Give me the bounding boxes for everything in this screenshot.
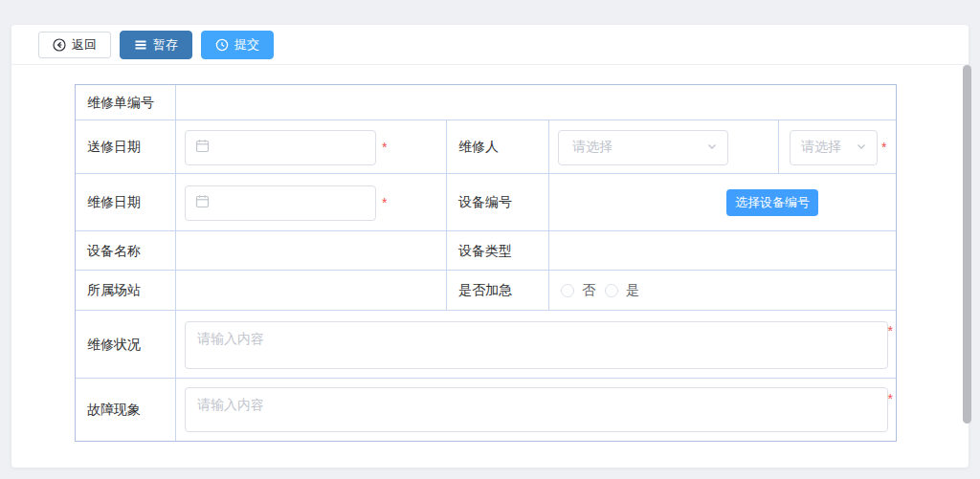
calendar-icon bbox=[195, 194, 210, 212]
send-date-cell: * bbox=[176, 120, 447, 174]
send-date-label: 送修日期 bbox=[76, 120, 176, 174]
radio-circle-icon bbox=[561, 284, 574, 297]
repair-date-label: 维修日期 bbox=[76, 174, 176, 231]
urgent-cell: 否 是 bbox=[549, 271, 896, 311]
urgent-radio-group: 否 是 bbox=[561, 282, 639, 299]
repairer-required: * bbox=[881, 140, 886, 155]
select-device-no-button[interactable]: 选择设备编号 bbox=[726, 189, 818, 216]
urgent-radio-yes-label: 是 bbox=[626, 282, 639, 299]
row-fault: 故障现象 * bbox=[76, 379, 896, 441]
row-station-urgent: 所属场站 是否加急 否 是 bbox=[76, 271, 896, 311]
repair-date-input[interactable] bbox=[185, 185, 376, 221]
fault-textarea[interactable] bbox=[185, 387, 888, 432]
list-icon bbox=[134, 38, 147, 52]
clock-icon bbox=[215, 38, 229, 52]
fault-required: * bbox=[888, 391, 893, 406]
device-no-cell: 选择设备编号 bbox=[549, 174, 896, 231]
repair-status-textarea[interactable] bbox=[185, 321, 888, 369]
submit-button-label: 提交 bbox=[234, 38, 259, 51]
device-name-value bbox=[176, 231, 447, 271]
repairer-cell-1: 请选择 bbox=[549, 120, 779, 174]
row-order-no: 维修单编号 bbox=[76, 85, 896, 120]
radio-circle-icon bbox=[605, 284, 618, 297]
device-name-label: 设备名称 bbox=[76, 231, 176, 271]
repairer-select[interactable]: 请选择 bbox=[558, 130, 728, 165]
urgent-label: 是否加急 bbox=[447, 271, 549, 311]
repair-date-cell: * bbox=[176, 174, 447, 231]
repairer-select-placeholder: 请选择 bbox=[572, 139, 612, 156]
save-draft-button-label: 暂存 bbox=[153, 38, 178, 51]
back-button[interactable]: 返回 bbox=[38, 32, 111, 58]
repair-status-label: 维修状况 bbox=[76, 311, 176, 379]
order-no-label: 维修单编号 bbox=[76, 85, 176, 120]
back-button-label: 返回 bbox=[72, 38, 97, 51]
repair-date-required: * bbox=[382, 195, 387, 210]
toolbar: 返回 暂存 提交 bbox=[11, 25, 969, 65]
row-send-date-repairer: 送修日期 * 维修人 请选择 bbox=[76, 120, 896, 174]
urgent-radio-yes[interactable]: 是 bbox=[605, 282, 639, 299]
chevron-down-icon bbox=[706, 140, 718, 155]
fault-cell: * bbox=[176, 379, 896, 441]
urgent-radio-no-label: 否 bbox=[582, 282, 595, 299]
repair-form-table: 维修单编号 送修日期 * 维修人 bbox=[75, 84, 897, 442]
chevron-down-icon bbox=[856, 140, 867, 155]
station-value bbox=[176, 271, 447, 311]
submit-button[interactable]: 提交 bbox=[201, 31, 274, 59]
repair-status-required: * bbox=[888, 323, 893, 338]
row-repair-date-device-no: 维修日期 * 设备编号 选择设备编号 bbox=[76, 174, 896, 231]
repairer-sub-select-placeholder: 请选择 bbox=[801, 139, 841, 156]
station-label: 所属场站 bbox=[76, 271, 176, 311]
device-type-label: 设备类型 bbox=[447, 231, 549, 271]
calendar-icon bbox=[195, 139, 210, 157]
repairer-cell-2: 请选择 * bbox=[779, 120, 896, 174]
urgent-radio-no[interactable]: 否 bbox=[561, 282, 595, 299]
row-device-name-type: 设备名称 设备类型 bbox=[76, 231, 896, 271]
form-card: 返回 暂存 提交 维修单编号 bbox=[11, 25, 969, 468]
row-repair-status: 维修状况 * bbox=[76, 311, 896, 379]
repair-status-cell: * bbox=[176, 311, 896, 379]
send-date-required: * bbox=[382, 140, 387, 155]
send-date-input[interactable] bbox=[185, 130, 376, 165]
fault-label: 故障现象 bbox=[76, 379, 176, 441]
repairer-sub-select[interactable]: 请选择 bbox=[790, 130, 878, 165]
scrollbar-thumb[interactable] bbox=[963, 65, 971, 424]
order-no-value bbox=[176, 85, 896, 120]
save-draft-button[interactable]: 暂存 bbox=[120, 31, 192, 59]
device-no-label: 设备编号 bbox=[447, 174, 549, 231]
device-type-value bbox=[549, 231, 896, 271]
repairer-label: 维修人 bbox=[447, 120, 549, 174]
back-icon bbox=[53, 38, 66, 52]
